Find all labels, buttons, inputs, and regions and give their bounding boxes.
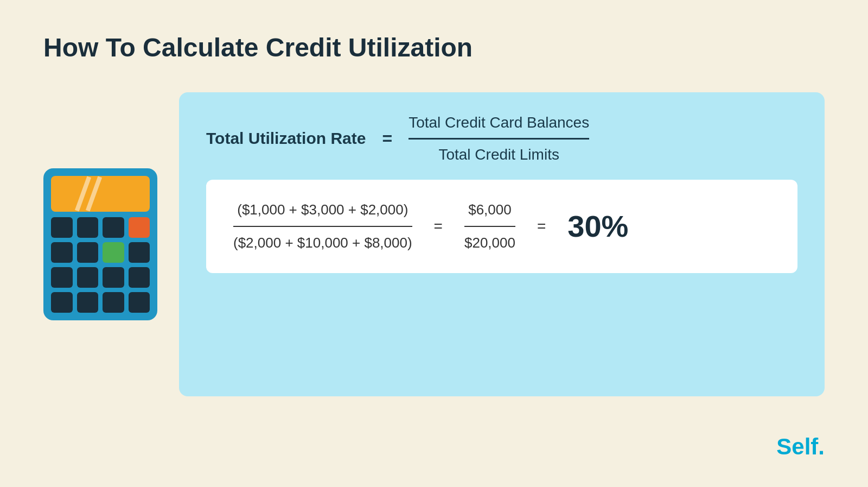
example-expanded-fraction: ($1,000 + $3,000 + $2,000) ($2,000 + $10…: [233, 201, 412, 251]
calc-btn-16: [129, 292, 150, 313]
main-content: Total Utilization Rate = Total Credit Ca…: [43, 92, 825, 396]
example-simplified-fraction: $6,000 $20,000: [464, 201, 515, 251]
fraction-denominator: Total Credit Limits: [438, 143, 559, 163]
calc-btn-10: [77, 267, 99, 288]
example-fraction-line: [233, 226, 412, 227]
calculator-illustration: [43, 168, 157, 320]
calc-btn-8: [129, 242, 150, 263]
formula-container: Total Utilization Rate = Total Credit Ca…: [179, 92, 825, 396]
example-equals-2: =: [537, 218, 546, 235]
calc-btn-9: [51, 267, 73, 288]
main-fraction: Total Credit Card Balances Total Credit …: [409, 114, 589, 163]
example-denominator: ($2,000 + $10,000 + $8,000): [233, 230, 412, 251]
calc-btn-2: [77, 217, 99, 238]
calc-btn-13: [51, 292, 73, 313]
calc-btn-green: [103, 242, 124, 263]
calc-btn-6: [77, 242, 99, 263]
simplified-denominator: $20,000: [464, 230, 515, 251]
simplified-numerator: $6,000: [468, 201, 512, 223]
page-title: How To Calculate Credit Utilization: [43, 33, 473, 62]
calc-btn-11: [103, 267, 124, 288]
example-numerator: ($1,000 + $3,000 + $2,000): [237, 201, 408, 223]
calc-btn-1: [51, 217, 73, 238]
calc-btn-12: [129, 267, 150, 288]
self-brand: Self.: [776, 434, 825, 460]
calc-btn-14: [77, 292, 99, 313]
fraction-numerator: Total Credit Card Balances: [409, 114, 589, 135]
calc-buttons: [51, 217, 150, 313]
formula-row: Total Utilization Rate = Total Credit Ca…: [206, 114, 797, 163]
calc-btn-3: [103, 217, 124, 238]
calc-btn-5: [51, 242, 73, 263]
formula-equals: =: [382, 129, 392, 149]
fraction-line: [409, 138, 589, 140]
example-box: ($1,000 + $3,000 + $2,000) ($2,000 + $10…: [206, 180, 797, 273]
calc-btn-15: [103, 292, 124, 313]
calc-screen: [51, 176, 150, 212]
utilization-rate-label: Total Utilization Rate: [206, 129, 366, 148]
example-equals-1: =: [434, 218, 443, 235]
simplified-fraction-line: [464, 226, 515, 227]
result-percentage: 30%: [567, 208, 628, 244]
calc-btn-orange: [129, 217, 150, 238]
